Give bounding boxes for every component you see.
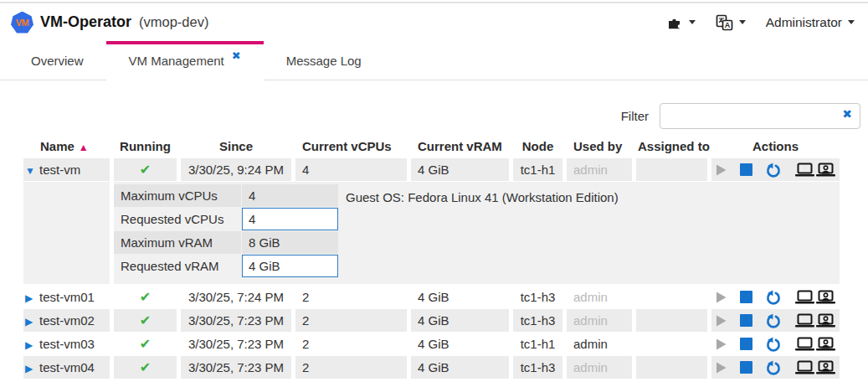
stop-icon <box>740 314 752 327</box>
current-vram-cell: 4 GiB <box>411 309 509 332</box>
start-vm-button[interactable] <box>715 314 727 328</box>
column-header-current-vcpus[interactable]: Current vCPUs <box>295 137 407 157</box>
column-header-used-by[interactable]: Used by <box>567 137 632 157</box>
requested-vcpus-input[interactable] <box>242 208 338 230</box>
play-icon <box>715 291 727 304</box>
actions-cell <box>711 333 840 355</box>
reset-icon <box>765 359 782 376</box>
column-header-name[interactable]: Name▲ <box>23 137 110 157</box>
stop-vm-button[interactable] <box>740 163 752 176</box>
current-vcpus-cell: 2 <box>295 333 407 355</box>
tab-overview[interactable]: Overview <box>8 41 106 80</box>
running-check-icon: ✔ <box>140 313 151 328</box>
column-header-label: Running <box>120 139 171 153</box>
stop-vm-button[interactable] <box>740 361 752 374</box>
open-console-button[interactable] <box>794 163 836 177</box>
running-status-cell: ✔ <box>114 333 177 355</box>
column-header-current-vram[interactable]: Current vRAM <box>411 137 509 157</box>
current-vram-cell: 4 GiB <box>411 333 509 355</box>
vm-name: test-vm03 <box>39 337 95 351</box>
used-by-cell: admin <box>567 333 632 355</box>
reset-vm-button[interactable] <box>765 289 782 306</box>
running-status-cell: ✔ <box>114 286 177 308</box>
console-icon <box>794 360 815 374</box>
column-header-label: Used by <box>573 139 622 153</box>
open-console-button[interactable] <box>794 337 836 351</box>
open-console-button[interactable] <box>794 290 836 304</box>
used-by-cell: admin <box>567 309 632 332</box>
reset-vm-button[interactable] <box>765 312 782 329</box>
reset-icon <box>765 289 782 306</box>
start-vm-button[interactable] <box>715 338 727 351</box>
vm-name: test-vm04 <box>39 360 95 374</box>
user-menu-button[interactable]: Administrator <box>766 15 855 30</box>
running-check-icon: ✔ <box>140 360 151 374</box>
start-vm-button[interactable] <box>715 291 727 304</box>
vm-name-cell: ▶test-vm01 <box>23 286 110 308</box>
expand-row-icon[interactable]: ▶ <box>25 311 39 332</box>
tab-message-log[interactable]: Message Log <box>264 41 384 80</box>
current-vcpus-cell: 4 <box>295 158 407 181</box>
actions-cell <box>711 309 840 332</box>
reset-icon <box>765 162 782 178</box>
column-header-running[interactable]: Running <box>114 137 177 157</box>
assigned-to-cell <box>636 356 707 379</box>
clear-filter-icon[interactable]: ✖ <box>842 107 852 121</box>
stop-vm-button[interactable] <box>740 338 752 350</box>
node-cell: tc1-h3 <box>513 309 562 332</box>
close-tab-icon[interactable]: ✖ <box>232 49 241 62</box>
reset-icon <box>765 336 782 353</box>
table-row: ▶test-vm01 ✔ 3/30/25, 7:24 PM 2 4 GiB tc… <box>23 286 840 308</box>
requested-vcpus-label: Requested vCPUs <box>114 208 241 230</box>
stop-vm-button[interactable] <box>740 314 752 327</box>
filter-label: Filter <box>621 109 649 123</box>
expand-row-icon[interactable]: ▼ <box>25 160 39 181</box>
stop-icon <box>740 291 752 303</box>
column-header-since[interactable]: Since <box>181 137 291 157</box>
maximum-vcpus-label: Maximum vCPUs <box>114 184 241 207</box>
vm-name-cell: ▶test-vm04 <box>23 356 110 379</box>
requested-vram-input[interactable] <box>242 255 338 277</box>
since-cell: 3/30/25, 7:24 PM <box>181 286 291 308</box>
open-console-button[interactable] <box>794 313 836 328</box>
column-header-label: Actions <box>752 139 799 153</box>
console-icon <box>794 163 815 177</box>
table-row: ▼test-vm ✔ 3/30/25, 9:24 PM 4 4 GiB tc1-… <box>23 158 840 181</box>
stop-vm-button[interactable] <box>740 291 752 303</box>
used-by-cell: admin <box>567 356 632 379</box>
maximum-vcpus-value: 4 <box>242 184 338 207</box>
open-console-button[interactable] <box>794 360 836 374</box>
expand-row-icon[interactable]: ▶ <box>25 334 39 355</box>
column-header-node[interactable]: Node <box>513 137 562 157</box>
tab-label: Message Log <box>286 54 362 68</box>
vm-detail-row: Maximum vCPUs4Requested vCPUsMaximum vRA… <box>23 182 840 284</box>
app-title: VM-Operator <box>40 13 131 31</box>
start-vm-button[interactable] <box>715 163 727 177</box>
node-cell: tc1-h1 <box>513 158 562 181</box>
console-in-use-icon <box>815 290 836 304</box>
filter-input[interactable] <box>660 103 860 129</box>
stop-icon <box>740 361 752 374</box>
chevron-down-icon <box>848 20 855 24</box>
start-vm-button[interactable] <box>715 361 727 374</box>
actions-cell <box>711 356 840 379</box>
reset-vm-button[interactable] <box>765 336 782 353</box>
column-header-actions[interactable]: Actions <box>711 137 840 157</box>
language-menu-button[interactable]: A <box>716 14 746 31</box>
running-check-icon: ✔ <box>140 337 151 351</box>
column-header-label: Assigned to <box>638 139 710 153</box>
tab-label: Overview <box>31 54 84 68</box>
reset-vm-button[interactable] <box>765 359 782 376</box>
column-header-assigned-to[interactable]: Assigned to <box>636 137 707 157</box>
tab-vm-management[interactable]: VM Management ✖ <box>106 41 264 80</box>
expand-row-icon[interactable]: ▶ <box>25 358 39 379</box>
column-header-label: Node <box>522 139 554 153</box>
table-row: ▶test-vm04 ✔ 3/30/25, 7:23 PM 2 4 GiB tc… <box>23 356 840 379</box>
vm-name: test-vm01 <box>39 290 95 304</box>
components-menu-button[interactable] <box>667 15 696 30</box>
current-vcpus-cell: 2 <box>295 309 407 332</box>
vm-name: test-vm02 <box>39 313 95 328</box>
current-vram-cell: 4 GiB <box>411 286 509 308</box>
expand-row-icon[interactable]: ▶ <box>25 287 39 308</box>
reset-vm-button[interactable] <box>765 162 782 178</box>
